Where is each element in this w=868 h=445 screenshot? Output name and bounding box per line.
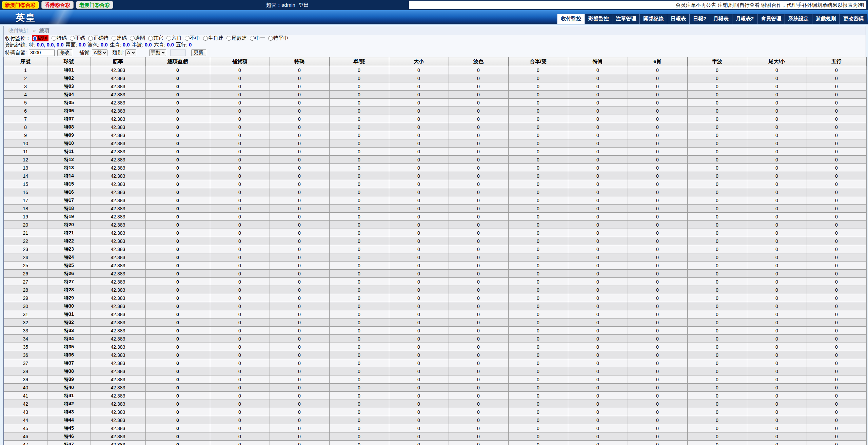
- ball-cell: 特46: [47, 432, 91, 441]
- table-row: 23特2342.383000000000000: [4, 245, 866, 253]
- total-profit-cell: 0: [145, 148, 210, 156]
- total-profit-cell: 0: [145, 408, 210, 416]
- tab-開獎紀錄[interactable]: 開獎紀錄: [639, 14, 667, 24]
- category-select[interactable]: A: [125, 49, 136, 56]
- filter-option-中一[interactable]: 中一: [250, 35, 265, 41]
- value-cell: 0: [210, 375, 270, 384]
- radio-icon[interactable]: [185, 36, 190, 41]
- radio-icon[interactable]: [203, 36, 208, 41]
- value-cell: 0: [628, 416, 687, 424]
- value-cell: 0: [508, 74, 568, 82]
- tab-日報2[interactable]: 日報2: [689, 14, 709, 24]
- value-cell: 0: [329, 270, 389, 278]
- value-cell: 0: [449, 262, 508, 270]
- value-cell: 0: [270, 213, 329, 221]
- lottery-button[interactable]: 新澳门⑥合彩: [2, 1, 39, 9]
- update-button[interactable]: 更新: [191, 49, 206, 56]
- radio-icon[interactable]: [130, 36, 135, 41]
- value-cell: 0: [747, 221, 807, 229]
- ball-cell: 特31: [47, 310, 91, 318]
- mode-select[interactable]: 手動: [149, 49, 166, 56]
- filter-option-生肖連[interactable]: 生肖連: [203, 35, 223, 41]
- seat-cell: 34: [4, 335, 47, 343]
- filter-option-不中[interactable]: 不中: [185, 35, 200, 41]
- reserve-input[interactable]: [29, 50, 55, 56]
- value-cell: 0: [807, 327, 866, 335]
- total-profit-cell: 0: [145, 351, 210, 359]
- value-cell: 0: [389, 188, 449, 196]
- total-profit-cell: 0: [145, 213, 210, 221]
- value-cell: 0: [807, 278, 866, 286]
- modify-button[interactable]: 修改: [57, 49, 72, 56]
- manual-amount-input[interactable]: [170, 50, 186, 56]
- tab-日報表[interactable]: 日報表: [667, 14, 689, 24]
- radio-icon[interactable]: [33, 36, 37, 41]
- odds-cell: 42.383: [91, 213, 145, 221]
- logout-link[interactable]: 登出: [299, 2, 309, 8]
- value-cell: 0: [568, 318, 628, 327]
- value-cell: 0: [329, 213, 389, 221]
- value-cell: 0: [210, 253, 270, 262]
- value-cell: 0: [449, 115, 508, 123]
- lottery-button[interactable]: 老澳门⑥合彩: [76, 1, 113, 9]
- value-cell: 0: [807, 139, 866, 148]
- tab-會員管理[interactable]: 會員管理: [757, 14, 785, 24]
- radio-icon[interactable]: [250, 36, 255, 41]
- value-cell: 0: [807, 229, 866, 237]
- filter-option-連碼[interactable]: 連碼: [112, 35, 127, 41]
- value-cell: 0: [807, 164, 866, 172]
- value-cell: 0: [747, 375, 807, 384]
- radio-icon[interactable]: [52, 36, 56, 41]
- value-cell: 0: [389, 278, 449, 286]
- tab-月報表2[interactable]: 月報表2: [732, 14, 757, 24]
- filter-option-總項[interactable]: 總項: [32, 35, 48, 41]
- tab-收付監控[interactable]: 收付監控: [557, 14, 585, 24]
- tab-遊戲規則[interactable]: 遊戲規則: [812, 14, 840, 24]
- value-cell: 0: [329, 441, 389, 445]
- value-cell: 0: [807, 351, 866, 359]
- filter-option-六肖[interactable]: 六肖: [166, 35, 182, 41]
- value-cell: 0: [508, 408, 568, 416]
- radio-icon[interactable]: [112, 36, 116, 41]
- filter-option-尾數連[interactable]: 尾數連: [226, 35, 247, 41]
- radio-icon[interactable]: [148, 36, 153, 41]
- radio-icon[interactable]: [226, 36, 231, 41]
- tab-系統設定[interactable]: 系統設定: [785, 14, 812, 24]
- tab-月報表[interactable]: 月報表: [710, 14, 732, 24]
- value-cell: 0: [508, 156, 568, 164]
- radio-icon[interactable]: [88, 36, 93, 41]
- tab-注單管理[interactable]: 注單管理: [612, 14, 639, 24]
- filter-option-正碼[interactable]: 正碼: [70, 35, 85, 41]
- filter-option-特碼[interactable]: 特碼: [52, 35, 67, 41]
- filter-option-過關[interactable]: 過關: [130, 35, 145, 41]
- radio-icon[interactable]: [70, 36, 75, 41]
- value-cell: 0: [807, 432, 866, 441]
- value-cell: 0: [807, 343, 866, 351]
- ball-cell: 特19: [47, 213, 91, 221]
- value-cell: 0: [687, 318, 747, 327]
- filter-option-其它[interactable]: 其它: [148, 35, 163, 41]
- value-cell: 0: [628, 180, 687, 188]
- seat-cell: 7: [4, 115, 47, 123]
- filter-option-特平中[interactable]: 特平中: [268, 35, 289, 41]
- value-cell: 0: [687, 310, 747, 318]
- lottery-button[interactable]: 香港⑥合彩: [41, 1, 74, 9]
- radio-icon[interactable]: [166, 36, 171, 41]
- filter-option-正碼特[interactable]: 正碼特: [88, 35, 108, 41]
- value-cell: 0: [210, 335, 270, 343]
- value-cell: 0: [628, 66, 687, 74]
- restock-select[interactable]: A盤: [92, 49, 107, 56]
- total-profit-cell: 0: [145, 82, 210, 91]
- seat-cell: 22: [4, 237, 47, 245]
- value-cell: 0: [210, 229, 270, 237]
- tab-彩盤監控[interactable]: 彩盤監控: [585, 14, 612, 24]
- info-item-label: 波色:: [88, 42, 99, 47]
- value-cell: 0: [747, 253, 807, 262]
- ball-cell: 特35: [47, 343, 91, 351]
- value-cell: 0: [687, 302, 747, 310]
- tab-更改密碼[interactable]: 更改密碼: [840, 14, 867, 24]
- ball-cell: 特03: [47, 82, 91, 91]
- radio-icon[interactable]: [268, 36, 273, 41]
- value-cell: 0: [270, 172, 329, 180]
- value-cell: 0: [508, 205, 568, 213]
